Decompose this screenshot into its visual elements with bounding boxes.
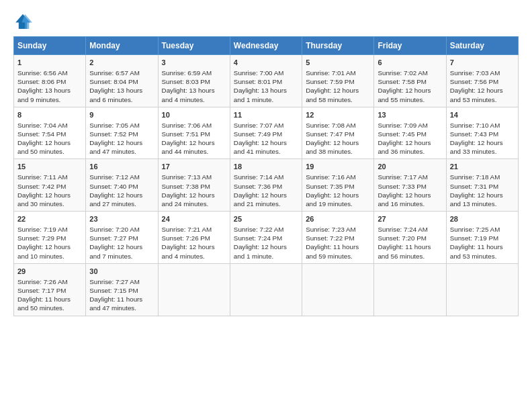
week-row-3: 22Sunrise: 7:19 AMSunset: 7:29 PMDayligh… <box>14 212 519 264</box>
day-number: 4 <box>234 58 298 68</box>
day-number: 28 <box>450 214 515 224</box>
calendar-cell: 13Sunrise: 7:09 AMSunset: 7:45 PMDayligh… <box>374 107 446 159</box>
week-row-4: 29Sunrise: 7:26 AMSunset: 7:17 PMDayligh… <box>14 263 519 316</box>
calendar-cell: 20Sunrise: 7:17 AMSunset: 7:33 PMDayligh… <box>374 159 446 212</box>
day-info: Sunrise: 7:02 AMSunset: 7:58 PMDaylight:… <box>378 68 442 104</box>
day-number: 26 <box>306 214 370 224</box>
calendar-cell: 27Sunrise: 7:24 AMSunset: 7:20 PMDayligh… <box>374 212 446 264</box>
day-number: 6 <box>378 58 442 68</box>
calendar-cell: 17Sunrise: 7:13 AMSunset: 7:38 PMDayligh… <box>158 159 230 212</box>
day-info: Sunrise: 7:27 AMSunset: 7:15 PMDaylight:… <box>89 277 154 313</box>
header-thursday: Thursday <box>302 37 374 55</box>
day-number: 23 <box>89 214 154 224</box>
day-number: 10 <box>162 110 226 120</box>
day-info: Sunrise: 7:22 AMSunset: 7:24 PMDaylight:… <box>234 225 298 261</box>
calendar-cell: 19Sunrise: 7:16 AMSunset: 7:35 PMDayligh… <box>302 159 374 212</box>
day-info: Sunrise: 7:19 AMSunset: 7:29 PMDaylight:… <box>17 225 82 261</box>
calendar-cell <box>446 263 518 316</box>
calendar-cell: 28Sunrise: 7:25 AMSunset: 7:19 PMDayligh… <box>446 212 518 264</box>
calendar-cell: 26Sunrise: 7:23 AMSunset: 7:22 PMDayligh… <box>302 212 374 264</box>
header-row: SundayMondayTuesdayWednesdayThursdayFrid… <box>14 37 519 55</box>
header-wednesday: Wednesday <box>230 37 302 55</box>
header-tuesday: Tuesday <box>158 37 230 55</box>
day-info: Sunrise: 7:03 AMSunset: 7:56 PMDaylight:… <box>450 68 515 104</box>
day-number: 16 <box>89 162 154 172</box>
day-number: 7 <box>450 58 515 68</box>
day-info: Sunrise: 7:21 AMSunset: 7:26 PMDaylight:… <box>162 225 226 261</box>
calendar-cell: 6Sunrise: 7:02 AMSunset: 7:58 PMDaylight… <box>374 55 446 107</box>
calendar-cell <box>158 263 230 316</box>
week-row-1: 8Sunrise: 7:04 AMSunset: 7:54 PMDaylight… <box>14 107 519 159</box>
calendar-cell: 12Sunrise: 7:08 AMSunset: 7:47 PMDayligh… <box>302 107 374 159</box>
calendar-cell: 15Sunrise: 7:11 AMSunset: 7:42 PMDayligh… <box>14 159 86 212</box>
day-info: Sunrise: 7:09 AMSunset: 7:45 PMDaylight:… <box>378 121 442 156</box>
header-friday: Friday <box>374 37 446 55</box>
calendar-cell: 3Sunrise: 6:59 AMSunset: 8:03 PMDaylight… <box>158 55 230 107</box>
calendar-cell: 25Sunrise: 7:22 AMSunset: 7:24 PMDayligh… <box>230 212 302 264</box>
day-info: Sunrise: 7:06 AMSunset: 7:51 PMDaylight:… <box>162 121 226 156</box>
day-info: Sunrise: 6:59 AMSunset: 8:03 PMDaylight:… <box>162 68 226 104</box>
calendar-cell: 1Sunrise: 6:56 AMSunset: 8:06 PMDaylight… <box>14 55 86 107</box>
header-saturday: Saturday <box>446 37 518 55</box>
week-row-0: 1Sunrise: 6:56 AMSunset: 8:06 PMDaylight… <box>14 55 519 107</box>
day-number: 21 <box>450 162 515 172</box>
day-info: Sunrise: 7:25 AMSunset: 7:19 PMDaylight:… <box>450 225 515 261</box>
day-number: 22 <box>17 214 82 224</box>
day-info: Sunrise: 6:57 AMSunset: 8:04 PMDaylight:… <box>89 68 154 104</box>
calendar-cell: 16Sunrise: 7:12 AMSunset: 7:40 PMDayligh… <box>86 159 158 212</box>
calendar-cell: 5Sunrise: 7:01 AMSunset: 7:59 PMDaylight… <box>302 55 374 107</box>
calendar-cell: 10Sunrise: 7:06 AMSunset: 7:51 PMDayligh… <box>158 107 230 159</box>
day-number: 13 <box>378 110 442 120</box>
day-number: 27 <box>378 214 442 224</box>
day-number: 29 <box>17 267 82 277</box>
day-info: Sunrise: 7:20 AMSunset: 7:27 PMDaylight:… <box>89 225 154 261</box>
day-number: 30 <box>89 267 154 277</box>
calendar-cell: 24Sunrise: 7:21 AMSunset: 7:26 PMDayligh… <box>158 212 230 264</box>
day-number: 8 <box>17 110 82 120</box>
calendar-cell: 4Sunrise: 7:00 AMSunset: 8:01 PMDaylight… <box>230 55 302 107</box>
day-number: 24 <box>162 214 226 224</box>
day-info: Sunrise: 7:08 AMSunset: 7:47 PMDaylight:… <box>306 121 370 156</box>
calendar-cell: 22Sunrise: 7:19 AMSunset: 7:29 PMDayligh… <box>14 212 86 264</box>
calendar-cell: 9Sunrise: 7:05 AMSunset: 7:52 PMDaylight… <box>86 107 158 159</box>
calendar-cell <box>374 263 446 316</box>
logo <box>13 12 36 31</box>
day-number: 3 <box>162 58 226 68</box>
day-info: Sunrise: 7:12 AMSunset: 7:40 PMDaylight:… <box>89 173 154 208</box>
header <box>13 12 519 31</box>
day-info: Sunrise: 7:26 AMSunset: 7:17 PMDaylight:… <box>17 277 82 313</box>
page: SundayMondayTuesdayWednesdayThursdayFrid… <box>0 0 532 323</box>
day-number: 1 <box>17 58 82 68</box>
day-number: 17 <box>162 162 226 172</box>
day-info: Sunrise: 7:16 AMSunset: 7:35 PMDaylight:… <box>306 173 370 208</box>
calendar-cell: 29Sunrise: 7:26 AMSunset: 7:17 PMDayligh… <box>14 263 86 316</box>
calendar-table: SundayMondayTuesdayWednesdayThursdayFrid… <box>13 36 519 316</box>
day-info: Sunrise: 7:14 AMSunset: 7:36 PMDaylight:… <box>234 173 298 208</box>
day-info: Sunrise: 7:17 AMSunset: 7:33 PMDaylight:… <box>378 173 442 208</box>
day-info: Sunrise: 7:18 AMSunset: 7:31 PMDaylight:… <box>450 173 515 208</box>
header-sunday: Sunday <box>14 37 86 55</box>
calendar-cell: 7Sunrise: 7:03 AMSunset: 7:56 PMDaylight… <box>446 55 518 107</box>
day-number: 5 <box>306 58 370 68</box>
day-info: Sunrise: 7:10 AMSunset: 7:43 PMDaylight:… <box>450 121 515 156</box>
day-info: Sunrise: 7:01 AMSunset: 7:59 PMDaylight:… <box>306 68 370 104</box>
day-number: 12 <box>306 110 370 120</box>
day-info: Sunrise: 7:07 AMSunset: 7:49 PMDaylight:… <box>234 121 298 156</box>
day-info: Sunrise: 7:24 AMSunset: 7:20 PMDaylight:… <box>378 225 442 261</box>
day-number: 25 <box>234 214 298 224</box>
day-info: Sunrise: 7:00 AMSunset: 8:01 PMDaylight:… <box>234 68 298 104</box>
day-info: Sunrise: 7:13 AMSunset: 7:38 PMDaylight:… <box>162 173 226 208</box>
calendar-cell: 14Sunrise: 7:10 AMSunset: 7:43 PMDayligh… <box>446 107 518 159</box>
day-info: Sunrise: 7:05 AMSunset: 7:52 PMDaylight:… <box>89 121 154 156</box>
day-info: Sunrise: 6:56 AMSunset: 8:06 PMDaylight:… <box>17 68 82 104</box>
calendar-cell: 18Sunrise: 7:14 AMSunset: 7:36 PMDayligh… <box>230 159 302 212</box>
day-number: 14 <box>450 110 515 120</box>
header-monday: Monday <box>86 37 158 55</box>
day-number: 15 <box>17 162 82 172</box>
day-number: 20 <box>378 162 442 172</box>
calendar-cell: 8Sunrise: 7:04 AMSunset: 7:54 PMDaylight… <box>14 107 86 159</box>
day-info: Sunrise: 7:04 AMSunset: 7:54 PMDaylight:… <box>17 121 82 156</box>
day-number: 18 <box>234 162 298 172</box>
calendar-cell <box>230 263 302 316</box>
day-info: Sunrise: 7:23 AMSunset: 7:22 PMDaylight:… <box>306 225 370 261</box>
